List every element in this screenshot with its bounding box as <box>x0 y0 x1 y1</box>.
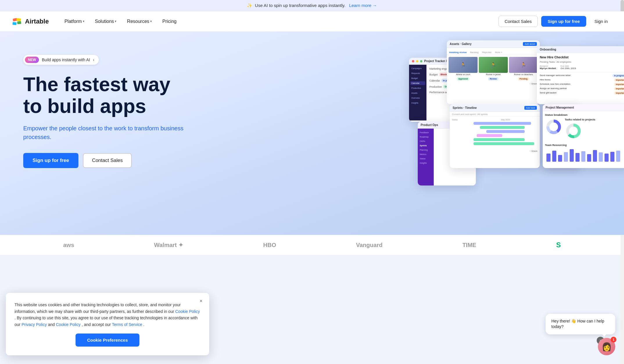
announcement-banner: ✨ Use AI to spin up transformative apps … <box>0 0 624 11</box>
new-badge-text: Build apps instantly with AI <box>42 57 90 62</box>
svg-rect-23 <box>610 152 614 162</box>
contact-hero-button[interactable]: Contact Sales <box>83 153 132 168</box>
asset-label: Runner on bleachers <box>509 73 538 75</box>
tab[interactable]: Backlog <box>470 51 478 54</box>
nav-solutions[interactable]: Solutions ▾ <box>91 17 121 26</box>
sidebar-item: Production <box>410 86 425 90</box>
logo-link[interactable]: Airtable <box>12 16 49 27</box>
asset-item: 🏃 Runner on bleachers Pending <box>509 57 538 81</box>
project-management-card: Project Management Status breakdown Task… <box>543 104 624 168</box>
onboarding-title: New Hire Checklist <box>540 55 624 59</box>
hero-buttons: Sign up for free Contact Sales <box>23 153 186 168</box>
hero-section: NEW Build apps instantly with AI › The f… <box>0 32 624 235</box>
tab[interactable]: Awaiting review <box>449 51 467 54</box>
sidebar-item: Insights <box>410 101 425 105</box>
logo-text: Airtable <box>25 18 49 25</box>
svg-rect-15 <box>564 152 568 162</box>
card-header: Project Management <box>543 104 624 111</box>
svg-rect-4 <box>17 21 21 24</box>
assets-grid: 🏃 Athlete on court Approved 🏃 Runner in … <box>447 55 540 82</box>
svg-rect-17 <box>575 153 580 162</box>
asset-label: Runner in jacket <box>479 73 508 75</box>
gantt-bar <box>486 130 525 133</box>
table-row: Assign an learning partner Important <box>540 87 624 90</box>
sidebar-item: Assets <box>410 91 425 95</box>
svg-rect-3 <box>12 22 17 25</box>
donut-chart <box>545 118 562 136</box>
svg-rect-18 <box>581 151 585 162</box>
brand-s: S <box>556 241 561 249</box>
asset-thumbnail: 🏃 <box>449 57 478 73</box>
onboarding-card: Onboarding + New Hire Checklist Pending … <box>537 46 624 104</box>
contact-sales-button[interactable]: Contact Sales <box>499 16 538 27</box>
brand-walmart: Walmart ✦ <box>154 242 183 248</box>
new-label: NEW <box>25 57 39 63</box>
brand-aws: aws <box>63 242 74 248</box>
sidebar-item: Insights <box>419 161 433 165</box>
card-title: Sprints · Timeline <box>453 106 477 109</box>
signup-nav-button[interactable]: Sign up for free <box>541 16 586 27</box>
card-sidebar: Campaigns Requests Budget Calendar Produ… <box>409 65 426 120</box>
svg-rect-16 <box>570 149 574 162</box>
gantt-bar <box>474 138 525 141</box>
bar-chart <box>545 148 623 162</box>
add-task-btn[interactable]: Add task <box>524 106 537 110</box>
svg-rect-22 <box>605 154 609 162</box>
card-header: Onboarding + <box>537 46 624 53</box>
asset-thumbnail: 🏃 <box>509 57 538 73</box>
card-title: Assets · Gallery <box>450 42 471 46</box>
share-icon[interactable]: ↑ Share <box>529 150 537 152</box>
nav-pricing[interactable]: Pricing <box>158 17 181 26</box>
chevron-down-icon: ▾ <box>150 19 152 23</box>
arrow-icon: › <box>93 57 94 62</box>
nav-resources[interactable]: Resources ▾ <box>123 17 156 26</box>
table-row: Schedule new hire orientation Important <box>540 83 624 86</box>
brands-section: aws Walmart ✦ HBO Vanguard TIME S <box>0 235 624 255</box>
card-header: Sprints · Timeline Add task <box>450 104 540 112</box>
nav-links: Platform ▾ Solutions ▾ Resources ▾ Prici… <box>60 17 499 26</box>
hero-screenshots: Project Tracker / Directory Campaigns Re… <box>409 40 624 226</box>
nav-platform[interactable]: Platform ▾ <box>60 17 89 26</box>
asset-item: 🏃 Runner in jacket Review <box>479 57 508 81</box>
gantt-bar <box>477 134 502 137</box>
sidebar-item: Requests <box>410 71 425 75</box>
svg-rect-2 <box>16 18 21 21</box>
logo-icon <box>12 16 23 27</box>
tasks-donut-chart <box>565 122 582 140</box>
signup-hero-button[interactable]: Sign up for free <box>23 153 78 168</box>
banner-learn-more-link[interactable]: Learn more → <box>349 3 377 8</box>
table-row: Send gift basket Important <box>540 91 624 95</box>
new-badge[interactable]: NEW Build apps instantly with AI › <box>23 55 99 65</box>
sidebar-item: Roadmap <box>419 135 433 138</box>
add-asset-btn[interactable]: Add asset <box>523 42 537 46</box>
svg-rect-13 <box>552 151 556 162</box>
svg-rect-24 <box>616 151 620 162</box>
gantt-bar <box>474 122 531 125</box>
sidebar-item: Feedback <box>419 131 433 134</box>
navbar: Airtable Platform ▾ Solutions ▾ Resource… <box>0 11 624 32</box>
section-title: Team Resourcing <box>545 144 624 147</box>
asset-thumbnail: 🏃 <box>479 57 508 73</box>
sprints-timeline-card: Sprints · Timeline Add task Current and … <box>450 104 540 168</box>
tab[interactable]: More + <box>495 51 502 54</box>
asset-item: 🏃 Athlete on court Approved <box>449 57 478 81</box>
gantt-bar <box>474 142 534 145</box>
signin-button[interactable]: Sign in <box>590 16 612 27</box>
sidebar-item: Budget <box>410 76 425 80</box>
section-title: Status breakdown <box>545 113 624 116</box>
dot-icon <box>412 60 414 62</box>
sparkle-icon: ✨ <box>247 3 252 8</box>
share-icon[interactable]: ↑ Share <box>529 82 537 85</box>
card-title: Product Ops <box>421 123 438 127</box>
sidebar-item: OKRs <box>419 140 433 143</box>
brand-time: TIME <box>462 242 476 248</box>
sidebar-item: Sprints <box>419 144 433 147</box>
table-row: Send manager welcome letter In progress <box>540 74 624 77</box>
svg-rect-19 <box>587 154 591 162</box>
card-title: Onboarding <box>540 48 556 51</box>
product-ops-sidebar: Feedback Roadmap OKRs Sprints Planning M… <box>418 129 434 185</box>
svg-rect-12 <box>546 154 551 162</box>
sidebar-item: Metrics <box>419 153 433 156</box>
tab[interactable]: Rejected <box>482 51 492 54</box>
assets-gallery-card: Assets · Gallery Add asset Awaiting revi… <box>447 40 540 104</box>
